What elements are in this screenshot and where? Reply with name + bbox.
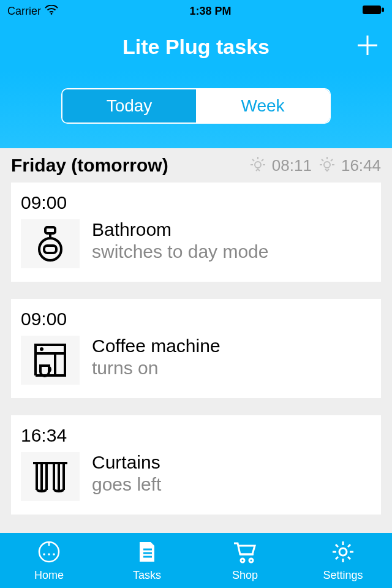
bottle-icon: [21, 219, 80, 268]
sunset-indicator: 16:44: [317, 155, 381, 176]
svg-rect-17: [45, 227, 55, 233]
coffee-machine-icon: [21, 336, 80, 385]
tab-week-label: Week: [241, 96, 284, 116]
sunrise-icon: [247, 155, 268, 176]
svg-line-16: [331, 159, 333, 161]
tab-home[interactable]: Home: [0, 533, 98, 588]
task-name: Coffee machine: [92, 336, 221, 356]
sunset-time: 16:44: [341, 156, 381, 175]
svg-rect-25: [55, 353, 65, 375]
tab-shop[interactable]: Shop: [196, 533, 294, 588]
svg-point-22: [40, 347, 43, 351]
tab-settings-label: Settings: [323, 569, 363, 582]
svg-line-44: [348, 545, 350, 547]
svg-line-42: [336, 545, 338, 547]
curtains-icon: [21, 452, 80, 501]
svg-point-31: [53, 553, 55, 556]
add-button[interactable]: [355, 33, 380, 60]
svg-point-36: [249, 559, 253, 562]
task-action: switches to day mode: [92, 241, 268, 262]
carrier-label: Carrier: [7, 5, 41, 18]
app-header: Lite Plug tasks: [0, 22, 392, 71]
svg-line-43: [348, 557, 350, 559]
svg-point-0: [51, 13, 53, 15]
task-name: Curtains: [92, 452, 161, 473]
task-list: 09:00 Bathroom switches to day mode 09:0…: [0, 183, 392, 514]
tab-tasks-label: Tasks: [133, 569, 161, 582]
svg-rect-20: [44, 246, 56, 253]
svg-point-35: [241, 559, 244, 562]
task-time: 09:00: [21, 309, 371, 330]
sunset-icon: [317, 155, 337, 176]
task-card[interactable]: 09:00 Bathroom switches to day mode: [11, 183, 381, 282]
svg-point-29: [43, 553, 45, 556]
svg-line-9: [252, 159, 254, 161]
svg-point-30: [48, 553, 50, 556]
segment-area: Today Week: [0, 71, 392, 148]
sunrise-indicator: 08:11: [247, 155, 312, 176]
wifi-icon: [45, 5, 58, 18]
tab-today-label: Today: [107, 96, 153, 116]
tab-home-label: Home: [34, 569, 64, 582]
task-action: turns on: [92, 358, 221, 379]
tab-bar: Home Tasks Shop: [0, 533, 392, 588]
day-header: Friday (tomorrow) 08:11: [0, 148, 392, 183]
task-card[interactable]: 09:00 Coffee machine turns on: [11, 299, 381, 398]
task-card[interactable]: 16:34 Curtains goes left: [11, 415, 381, 514]
svg-line-10: [262, 159, 263, 161]
tab-settings[interactable]: Settings: [294, 533, 392, 588]
tab-tasks[interactable]: Tasks: [98, 533, 196, 588]
task-time: 09:00: [21, 192, 371, 213]
svg-rect-2: [382, 7, 384, 12]
task-name: Bathroom: [92, 219, 268, 240]
home-icon: [37, 540, 61, 567]
task-action: goes left: [92, 474, 161, 495]
svg-line-45: [336, 557, 338, 559]
svg-rect-1: [363, 6, 381, 14]
battery-icon: [363, 5, 385, 18]
tab-shop-label: Shop: [232, 569, 258, 582]
segmented-control: Today Week: [61, 88, 331, 124]
svg-line-15: [322, 159, 323, 161]
status-time: 1:38 PM: [189, 5, 231, 18]
shop-icon: [232, 540, 258, 567]
sunrise-time: 08:11: [272, 156, 312, 175]
task-time: 16:34: [21, 425, 371, 446]
status-bar: Carrier 1:38 PM: [0, 0, 392, 22]
settings-icon: [331, 540, 355, 567]
svg-point-5: [255, 162, 261, 168]
day-title: Friday (tomorrow): [11, 155, 168, 176]
page-title: Lite Plug tasks: [123, 35, 270, 59]
svg-point-37: [339, 548, 347, 556]
svg-point-19: [39, 238, 61, 260]
tab-today[interactable]: Today: [62, 89, 196, 123]
tasks-icon: [136, 540, 158, 567]
tab-week[interactable]: Week: [196, 89, 330, 123]
svg-point-11: [324, 162, 330, 168]
